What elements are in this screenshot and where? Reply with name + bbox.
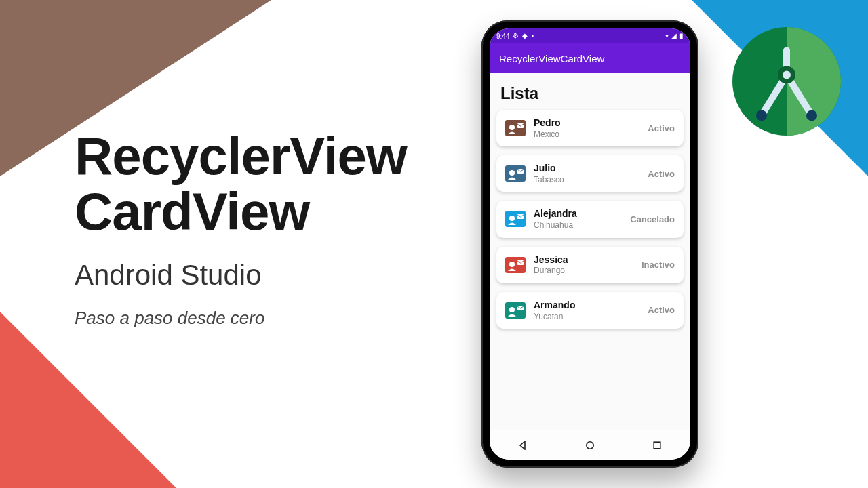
list-item-info: Pedro México <box>534 117 639 139</box>
list-item-status: Cancelado <box>630 214 675 224</box>
svg-point-6 <box>806 110 817 121</box>
contact-card-icon <box>505 120 526 136</box>
list-item-info: Julio Tabasco <box>534 163 639 184</box>
title-line-2: CardView <box>75 184 407 240</box>
svg-point-14 <box>509 216 515 221</box>
home-icon[interactable] <box>585 440 595 451</box>
list-title: Lista <box>496 80 684 110</box>
gear-icon: ⚙ <box>513 33 519 39</box>
subtitle: Android Studio <box>75 259 407 291</box>
contact-card-icon <box>505 257 526 273</box>
svg-point-22 <box>587 441 593 448</box>
svg-point-8 <box>509 125 515 130</box>
svg-rect-23 <box>654 442 660 449</box>
list-item-info: Jessica Durango <box>534 254 633 276</box>
list-item-name: Julio <box>534 163 639 174</box>
list-container: Lista Pedro México Activo Julio Tabasco … <box>490 73 690 430</box>
recents-icon[interactable] <box>652 440 663 451</box>
list-item-location: Durango <box>534 266 633 275</box>
list-item-name: Armando <box>534 300 639 311</box>
list-item-name: Alejandra <box>534 208 622 220</box>
contact-card-icon <box>505 302 526 319</box>
android-nav-bar <box>490 430 690 460</box>
app-bar: RecyclerViewCardView <box>490 43 690 73</box>
list-item-location: Chihuahua <box>534 220 622 230</box>
svg-point-4 <box>783 70 791 79</box>
list-item[interactable]: Pedro México Activo <box>496 110 684 146</box>
svg-point-20 <box>509 307 515 312</box>
headline-block: RecyclerView CardView Android Studio Pas… <box>75 129 407 329</box>
svg-point-11 <box>509 170 515 176</box>
back-icon[interactable] <box>517 440 528 451</box>
list-item[interactable]: Alejandra Chihuahua Cancelado <box>496 201 684 237</box>
shield-icon: ◆ <box>522 33 528 39</box>
battery-icon: ▮ <box>679 33 684 39</box>
list-item-status: Activo <box>648 123 675 134</box>
list-item-location: Tabasco <box>534 175 639 184</box>
svg-point-5 <box>756 110 767 121</box>
phone-frame: 9:44 ⚙ ◆ ▪ ▾ ◢ ▮ RecyclerViewCardView Li… <box>481 20 698 468</box>
square-icon: ▪ <box>531 33 534 39</box>
wifi-icon: ▾ <box>665 33 669 39</box>
list-item-status: Activo <box>648 169 675 179</box>
list-item-info: Armando Yucatan <box>534 300 639 321</box>
contact-card-icon <box>505 211 526 227</box>
list-item-status: Inactivo <box>642 260 675 270</box>
list-item-location: México <box>534 129 639 139</box>
list-item[interactable]: Julio Tabasco Activo <box>496 155 684 192</box>
contact-card-icon <box>505 165 526 182</box>
decor-triangle-bottom-left <box>0 312 176 488</box>
svg-point-17 <box>509 262 515 267</box>
list-item-name: Pedro <box>534 117 639 129</box>
list-item-name: Jessica <box>534 254 633 266</box>
android-studio-logo-icon <box>732 27 841 136</box>
list-item-info: Alejandra Chihuahua <box>534 208 622 230</box>
tagline: Paso a paso desde cero <box>75 308 407 329</box>
app-bar-title: RecyclerViewCardView <box>499 53 604 64</box>
signal-icon: ◢ <box>671 33 677 39</box>
list-item-status: Activo <box>648 305 675 315</box>
list-item[interactable]: Jessica Durango Inactivo <box>496 247 684 283</box>
list-item-location: Yucatan <box>534 312 639 321</box>
status-bar: 9:44 ⚙ ◆ ▪ ▾ ◢ ▮ <box>490 28 690 43</box>
status-time: 9:44 <box>496 33 509 40</box>
list-item[interactable]: Armando Yucatan Activo <box>496 292 684 329</box>
title-line-1: RecyclerView <box>75 129 407 184</box>
phone-screen: 9:44 ⚙ ◆ ▪ ▾ ◢ ▮ RecyclerViewCardView Li… <box>490 28 690 460</box>
